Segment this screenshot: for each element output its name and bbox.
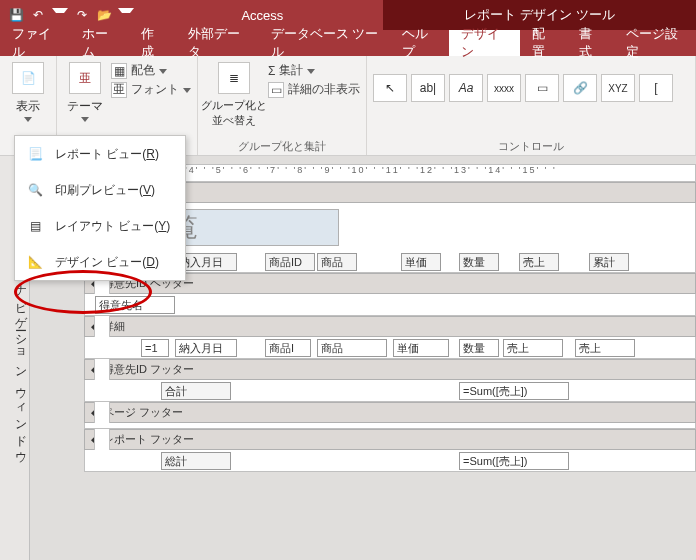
print-preview-icon: 🔍 (25, 180, 45, 200)
group-sort-button[interactable]: ≣ グループ化と 並べ替え (204, 58, 264, 128)
qat-customize-icon[interactable] (118, 8, 134, 24)
detail-body[interactable]: =1 納入月日 商品I 商品 単価 数量 売上 売上 (84, 337, 696, 359)
totals-button[interactable]: Σ 集計 (268, 62, 360, 79)
report-footer-body[interactable]: 総計 =Sum([売上]) (84, 450, 696, 472)
detail-month[interactable]: 納入月日 (175, 339, 237, 357)
grandtotal-label[interactable]: 総計 (161, 452, 231, 470)
textbox-icon: ab| (420, 81, 436, 95)
report-view-icon: 📃 (25, 144, 45, 164)
section-bar-page-footer[interactable]: ◆ ページ フッター (84, 402, 696, 423)
more-icon: [ (654, 81, 657, 95)
colors-icon: ▦ (111, 63, 127, 79)
detail-pname[interactable]: 商品 (317, 339, 387, 357)
hdr-cum[interactable]: 累計 (589, 253, 629, 271)
link-icon: 🔗 (573, 81, 588, 95)
tab-page-setup[interactable]: ページ設定 (614, 30, 696, 56)
grandtotal-expr[interactable]: =Sum([売上]) (459, 452, 569, 470)
tab-file[interactable]: ファイル (0, 30, 70, 56)
chevron-down-icon (81, 117, 89, 122)
sigma-icon: Σ (268, 64, 275, 78)
chevron-down-icon (183, 88, 191, 93)
save-icon[interactable]: 💾 (8, 7, 24, 23)
nav-tool-button[interactable]: XYZ (601, 74, 635, 102)
subtotal-label[interactable]: 合計 (161, 382, 231, 400)
group-sort-icon: ≣ (218, 62, 250, 94)
detail-qty[interactable]: 数量 (459, 339, 499, 357)
group-label: グループ化と集計 (204, 139, 360, 155)
hdr-price[interactable]: 単価 (401, 253, 441, 271)
detail-pid[interactable]: 商品I (265, 339, 311, 357)
undo-icon[interactable]: ↶ (30, 7, 46, 23)
page-footer-body[interactable] (84, 423, 696, 429)
label-icon: Aa (459, 81, 474, 95)
tab-help[interactable]: ヘルプ (390, 30, 449, 56)
detail-sales2[interactable]: 売上 (575, 339, 635, 357)
hdr-qty[interactable]: 数量 (459, 253, 499, 271)
fonts-button[interactable]: 亜 フォント (111, 81, 191, 98)
view-icon: 📄 (12, 62, 44, 94)
controls-label: コントロール (373, 139, 689, 155)
section-bar-report-footer[interactable]: ◆ レポート フッター (84, 429, 696, 450)
ribbon-group-controls: ↖ ab| Aa xxxx ▭ 🔗 XYZ [ コントロール (367, 56, 696, 155)
customer-footer-body[interactable]: 合計 =Sum([売上]) (84, 380, 696, 402)
detail-seq[interactable]: =1 (141, 339, 169, 357)
view-menu-preview[interactable]: 🔍 印刷プレビュー(V) (15, 172, 185, 208)
open-icon[interactable]: 📂 (96, 7, 112, 23)
chevron-down-icon (307, 69, 315, 74)
tab-external-data[interactable]: 外部データ (176, 30, 258, 56)
design-view-icon: 📐 (25, 252, 45, 272)
pointer-icon: ↖ (385, 81, 395, 95)
tab-tool-button[interactable]: ▭ (525, 74, 559, 102)
label-tool-button[interactable]: Aa (449, 74, 483, 102)
chevron-down-icon (24, 117, 32, 122)
section-bar-customer-footer[interactable]: ◆ 得意先ID フッター (84, 359, 696, 380)
context-tab-title: レポート デザイン ツール (383, 6, 696, 24)
undo-dropdown-icon[interactable] (52, 8, 68, 24)
link-tool-button[interactable]: 🔗 (563, 74, 597, 102)
tab-home[interactable]: ホーム (70, 30, 129, 56)
tab-icon: ▭ (537, 81, 548, 95)
hide-details-icon: ▭ (268, 82, 284, 98)
button-icon: xxxx (494, 83, 514, 94)
layout-view-icon: ▤ (25, 216, 45, 236)
view-dropdown: 📃 レポート ビュー(R) 🔍 印刷プレビュー(V) ▤ レイアウト ビュー(Y… (14, 135, 186, 281)
quick-access-toolbar: 💾 ↶ ↷ 📂 (0, 6, 142, 24)
tab-create[interactable]: 作成 (129, 30, 176, 56)
ribbon-group-grouping: ≣ グループ化と 並べ替え Σ 集計 ▭ 詳細の非表示 グループ化と集計 (198, 56, 367, 155)
tab-db-tools[interactable]: データベース ツール (259, 30, 391, 56)
nav-icon: XYZ (608, 83, 627, 94)
detail-sales[interactable]: 売上 (503, 339, 563, 357)
more-controls-button[interactable]: [ (639, 74, 673, 102)
hide-details-button[interactable]: ▭ 詳細の非表示 (268, 81, 360, 98)
ribbon-tabbar: ファイル ホーム 作成 外部データ データベース ツール ヘルプ デザイン 配置… (0, 30, 696, 56)
fonts-icon: 亜 (111, 82, 127, 98)
tab-format[interactable]: 書式 (567, 30, 614, 56)
customer-name-field[interactable]: 得意先名 (95, 296, 175, 314)
colors-button[interactable]: ▦ 配色 (111, 62, 191, 79)
select-tool-button[interactable]: ↖ (373, 74, 407, 102)
hdr-pname[interactable]: 商品 (317, 253, 357, 271)
theme-icon: 亜 (69, 62, 101, 94)
customer-header-body[interactable]: 得意先名 (84, 294, 696, 316)
view-button[interactable]: 📄 表示 (6, 58, 50, 122)
tab-arrange[interactable]: 配置 (520, 30, 567, 56)
textbox-tool-button[interactable]: ab| (411, 74, 445, 102)
button-tool-button[interactable]: xxxx (487, 74, 521, 102)
app-title: Access (142, 8, 383, 23)
chevron-down-icon (159, 69, 167, 74)
hdr-sales[interactable]: 売上 (519, 253, 559, 271)
tab-design[interactable]: デザイン (449, 30, 519, 56)
view-menu-layout[interactable]: ▤ レイアウト ビュー(Y) (15, 208, 185, 244)
detail-price[interactable]: 単価 (393, 339, 449, 357)
section-bar-detail[interactable]: ◆ 詳細 (84, 316, 696, 337)
hdr-pid[interactable]: 商品ID (265, 253, 315, 271)
redo-icon[interactable]: ↷ (74, 7, 90, 23)
view-menu-report[interactable]: 📃 レポート ビュー(R) (15, 136, 185, 172)
subtotal-expr[interactable]: =Sum([売上]) (459, 382, 569, 400)
theme-button[interactable]: 亜 テーマ (63, 58, 107, 122)
view-menu-design[interactable]: 📐 デザイン ビュー(D) (15, 244, 185, 280)
